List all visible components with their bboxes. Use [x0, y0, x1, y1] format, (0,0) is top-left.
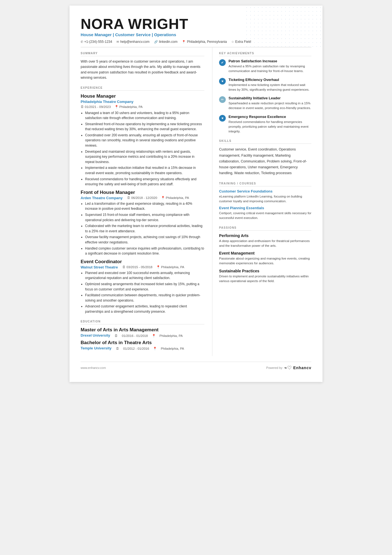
two-col-layout: SUMMARY With over 5 years of experience … [81, 47, 311, 356]
achievement-title-1: Patron Satisfaction Increase [229, 59, 311, 63]
course-entry-1: Customer Service Foundations eLearning p… [219, 189, 311, 204]
job-title-3: Event Coordinator [81, 259, 204, 265]
candidate-title: House Manager | Customer Service | Opera… [81, 32, 311, 37]
job-company-1: Philadelphia Theatre Company [81, 100, 204, 104]
job-bullets-3: Planned and executed over 100 successful… [81, 270, 204, 314]
achievement-item-1: ✔ Patron Satisfaction Increase Achieved … [219, 59, 311, 74]
achievement-title-4: Emergency Response Excellence [229, 115, 311, 119]
summary-section: SUMMARY With over 5 years of experience … [81, 52, 204, 81]
job-entry-1: House Manager Philadelphia Theatre Compa… [81, 93, 204, 187]
footer-powered: Powered by ⌁♡ Enhancv [266, 365, 311, 371]
achievement-icon-2: ♥ [219, 78, 226, 85]
contact-phone: ✆ +1-(234)-555-1234 [81, 40, 112, 44]
edu-school-2: Temple University [81, 346, 111, 350]
calendar-icon-edu1: 🗓 [115, 334, 118, 337]
passion-desc-1: A deep appreciation and enthusiasm for t… [219, 239, 311, 248]
experience-label: EXPERIENCE [81, 86, 204, 91]
achievement-icon-3: ✏ [219, 96, 226, 103]
contact-row: ✆ +1-(234)-555-1234 ✉ help@enhancv.com 🔗… [81, 40, 311, 44]
resume-page: NORA WRIGHT House Manager | Customer Ser… [70, 6, 322, 382]
training-label: TRAINING / COURSES [219, 182, 311, 186]
course-desc-2: Certiport, covering critical event manag… [219, 211, 311, 221]
job-meta-2: 🗓 06/2018 - 12/2020 📍 Philadelphia, PA [127, 196, 189, 200]
bullet-item: Streamlined front-of-house operations by… [85, 122, 204, 132]
skills-section: SKILLS Customer service, Event coordinat… [219, 139, 311, 176]
job-dates-2: 🗓 06/2018 - 12/2020 [127, 196, 157, 199]
course-title-1: Customer Service Foundations [219, 189, 311, 193]
skills-label: SKILLS [219, 139, 311, 144]
education-section: EDUCATION Master of Arts in Arts Managem… [81, 320, 204, 351]
enhancv-brand: Enhancv [293, 366, 311, 370]
job-title-1: House Manager [81, 93, 204, 99]
skills-text: Customer service, Event coordination, Op… [219, 147, 311, 176]
bullet-item: Oversaw facility management projects, ac… [85, 235, 204, 245]
candidate-name: NORA WRIGHT [81, 17, 311, 31]
footer-url: www.enhancv.com [81, 366, 106, 369]
calendar-icon-3: 🗓 [122, 265, 126, 269]
bullet-item: Handled complex customer service inquiri… [85, 246, 204, 256]
achievements-label: KEY ACHIEVEMENTS [219, 52, 311, 56]
education-label: EDUCATION [81, 320, 204, 324]
job-bullets-2: Led a transformation of the guest experi… [81, 201, 204, 256]
footer: www.enhancv.com Powered by ⌁♡ Enhancv [81, 362, 311, 371]
passion-entry-2: Event Management Passionate about organi… [219, 251, 311, 266]
experience-section: EXPERIENCE House Manager Philadelphia Th… [81, 86, 204, 314]
achievement-desc-1: Achieved a 95% patron satisfaction rate … [229, 64, 311, 74]
achievement-item-3: ✏ Sustainability Initiative Leader Spear… [219, 96, 311, 111]
passion-entry-1: Performing Arts A deep appreciation and … [219, 233, 311, 248]
achievement-content-1: Patron Satisfaction Increase Achieved a … [229, 59, 311, 74]
bullet-item: Advanced customer engagement activities,… [85, 304, 204, 314]
job-company-2: Arden Theatre Company [81, 196, 123, 200]
bullet-item: Planned and executed over 100 successful… [85, 270, 204, 281]
achievement-icon-1: ✔ [219, 59, 226, 66]
left-column: SUMMARY With over 5 years of experience … [81, 47, 212, 356]
job-meta-1: 🗓 01/2021 - 09/2023 📍 Philadelphia, PA [81, 105, 204, 109]
bullet-item: Collaborated with the marketing team to … [85, 223, 204, 234]
contact-extra: ☆ Extra Field [231, 40, 251, 44]
edu-degree-2: Bachelor of Arts in Theatre Arts [81, 340, 204, 346]
achievement-desc-3: Spearheaded a waste reduction project re… [229, 101, 311, 111]
passion-entry-3: Sustainable Practices Driven to implemen… [219, 269, 311, 284]
achievement-icon-4: ♥ [219, 115, 226, 122]
pin-icon-edu1: 📍 [152, 334, 156, 338]
pin-icon-3: 📍 [156, 265, 160, 269]
achievement-content-2: Ticketing Efficiency Overhaul Implemente… [229, 78, 311, 92]
edu-entry-1: Master of Arts in Arts Management Drexel… [81, 327, 204, 338]
contact-location: 📍 Philadelphia, Pennsylvania [182, 40, 227, 44]
achievement-content-3: Sustainability Initiative Leader Spearhe… [229, 96, 311, 111]
bullet-item: Coordinated over 200 events annually, en… [85, 133, 204, 148]
right-column: KEY ACHIEVEMENTS ✔ Patron Satisfaction I… [212, 47, 311, 356]
achievement-title-2: Ticketing Efficiency Overhaul [229, 78, 311, 82]
bullet-item: Received commendations for handling emer… [85, 177, 204, 187]
pin-icon-edu2: 📍 [153, 347, 157, 351]
calendar-icon-edu2: 🗓 [116, 347, 119, 350]
contact-email: ✉ help@enhancv.com [116, 40, 149, 44]
edu-school-1: Drexel University [81, 333, 110, 337]
job-entry-3: Event Coordinator Walnut Street Theatre … [81, 259, 204, 314]
summary-label: SUMMARY [81, 52, 204, 56]
contact-linkedin: 🔗 linkedin.com [154, 40, 178, 44]
job-company-3: Walnut Street Theatre [81, 265, 118, 269]
job-entry-2: Front of House Manager Arden Theatre Com… [81, 190, 204, 256]
passion-desc-2: Passionate about organizing and managing… [219, 256, 311, 266]
passion-desc-3: Driven to implement and promote sustaina… [219, 274, 311, 284]
pin-icon-1: 📍 [115, 105, 118, 109]
job-location-1: 📍 Philadelphia, PA [115, 105, 143, 109]
calendar-icon-1: 🗓 [81, 105, 84, 108]
linkedin-icon: 🔗 [154, 40, 158, 44]
passion-title-3: Sustainable Practices [219, 269, 311, 273]
calendar-icon-2: 🗓 [127, 196, 130, 199]
bullet-item: Supervised 15 front-of-house staff membe… [85, 212, 204, 223]
star-icon: ☆ [231, 40, 234, 44]
course-title-2: Event Planning Essentials [219, 206, 311, 210]
phone-icon: ✆ [81, 40, 83, 44]
email-icon: ✉ [116, 40, 119, 44]
bullet-item: Optimized seating arrangements that incr… [85, 282, 204, 292]
achievement-item-4: ♥ Emergency Response Excellence Received… [219, 115, 311, 134]
passion-title-2: Event Management [219, 251, 311, 255]
course-desc-1: eLearning platform LinkedIn Learning, fo… [219, 194, 311, 204]
job-meta-3: 🗓 03/2015 - 05/2018 📍 Philadelphia, PA [122, 265, 184, 269]
header: NORA WRIGHT House Manager | Customer Ser… [81, 17, 311, 44]
job-dates-1: 🗓 01/2021 - 09/2023 [81, 105, 111, 108]
achievement-title-3: Sustainability Initiative Leader [229, 96, 311, 100]
